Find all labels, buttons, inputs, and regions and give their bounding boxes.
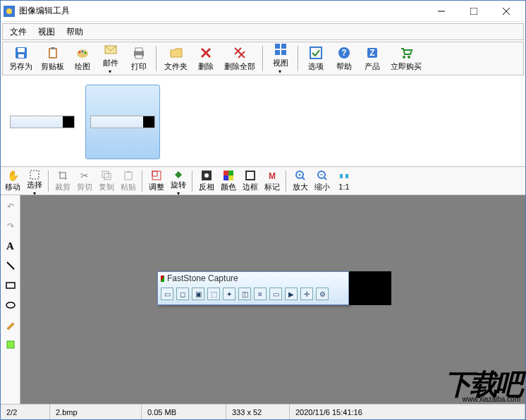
fs-target-icon: ✛ xyxy=(300,288,313,300)
svg-rect-48 xyxy=(228,171,233,175)
menu-file[interactable]: 文件 xyxy=(4,24,32,40)
rect-tool[interactable] xyxy=(4,278,18,292)
thumbnail-2[interactable] xyxy=(85,85,160,159)
svg-rect-10 xyxy=(50,49,56,57)
rotate-tool[interactable]: 旋转▾ xyxy=(168,168,189,194)
mail-button[interactable]: 邮件▾ xyxy=(97,44,124,73)
svg-text:?: ? xyxy=(341,48,346,58)
view-button[interactable]: 视图▾ xyxy=(267,44,294,73)
zoom-out-tool[interactable]: 缩小 xyxy=(312,168,333,194)
titlebar: 图像编辑工具 xyxy=(1,1,525,22)
zoom-in-tool[interactable]: 放大 xyxy=(290,168,311,194)
paste-icon xyxy=(123,170,133,182)
text-tool[interactable]: A xyxy=(4,239,18,253)
svg-rect-61 xyxy=(345,174,348,178)
redo-button: ↷ xyxy=(4,219,18,233)
grid-icon xyxy=(274,42,288,56)
delete-icon xyxy=(199,46,213,60)
clipboard-button[interactable]: 剪贴板 xyxy=(37,44,68,73)
delete-all-icon xyxy=(233,46,247,60)
svg-line-62 xyxy=(7,262,14,269)
fs-capture-full-icon: ◻ xyxy=(176,288,189,300)
minimize-button[interactable] xyxy=(425,1,458,21)
main-toolbar: 另存为 剪贴板 绘图 邮件▾ 打印 文件夹 删除 删除全部 视图▾ 选项 ?帮助… xyxy=(2,42,524,75)
move-tool[interactable]: ✋移动 xyxy=(2,168,23,194)
svg-line-54 xyxy=(302,178,305,180)
folder-button[interactable]: 文件夹 xyxy=(161,44,191,73)
product-button[interactable]: Z产品 xyxy=(359,44,386,73)
border-tool[interactable]: 边框 xyxy=(240,168,261,194)
svg-rect-38 xyxy=(102,171,109,178)
faststone-capture-window: FastStone Capture ▭ ◻ ▣ ⬚ ✦ ◫ ≡ ▭ ▶ ✛ ⚙ xyxy=(157,271,349,305)
svg-rect-49 xyxy=(224,175,228,180)
invert-tool[interactable]: 反相 xyxy=(196,168,217,194)
mark-tool[interactable]: M标记 xyxy=(262,168,283,194)
svg-rect-41 xyxy=(127,171,130,173)
svg-rect-26 xyxy=(275,44,280,49)
rotate-icon xyxy=(173,170,183,180)
status-index: 2/2 xyxy=(1,404,50,419)
buy-now-button[interactable]: 立即购买 xyxy=(387,44,425,73)
thumbnail-1[interactable] xyxy=(5,85,80,159)
pencil-tool[interactable] xyxy=(4,318,18,332)
fs-capture-fixed-icon: ◫ xyxy=(238,288,251,300)
invert-icon xyxy=(202,170,212,182)
svg-point-35 xyxy=(403,56,405,58)
svg-point-14 xyxy=(82,50,84,52)
svg-rect-63 xyxy=(6,283,15,288)
save-as-button[interactable]: 另存为 xyxy=(6,44,36,73)
delete-button[interactable]: 删除 xyxy=(192,44,219,73)
menu-view[interactable]: 视图 xyxy=(32,24,61,40)
statusbar: 2/2 2.bmp 0.05 MB 333 x 52 2020/11/6 15:… xyxy=(1,404,525,419)
print-button[interactable]: 打印 xyxy=(126,44,152,73)
help-button[interactable]: ?帮助 xyxy=(331,44,357,73)
zoom-reset-tool[interactable]: 1:1 xyxy=(334,168,355,194)
resize-tool[interactable]: 调整 xyxy=(146,168,167,194)
ellipse-tool[interactable] xyxy=(4,298,18,312)
marquee-icon xyxy=(30,170,39,180)
line-tool[interactable] xyxy=(4,259,18,273)
palette-icon xyxy=(75,46,90,60)
border-icon xyxy=(245,170,255,182)
edit-toolbar: ✋移动 选择▾ 裁剪 ✂剪切 复制 粘贴 调整 旋转▾ 反相 颜色 边框 M标记… xyxy=(1,167,525,195)
menubar: 文件 视图 帮助 xyxy=(2,23,524,40)
colors-icon xyxy=(224,170,233,182)
canvas-viewport[interactable]: FastStone Capture ▭ ◻ ▣ ⬚ ✦ ◫ ≡ ▭ ▶ ✛ ⚙ xyxy=(20,195,525,404)
maximize-button[interactable] xyxy=(458,1,490,21)
svg-rect-7 xyxy=(18,48,25,52)
fs-settings-icon: ⚙ xyxy=(316,288,329,300)
svg-rect-51 xyxy=(246,171,255,180)
print-icon xyxy=(132,46,146,60)
menu-help[interactable]: 帮助 xyxy=(61,24,89,40)
fs-capture-rect-icon: ▭ xyxy=(269,288,282,300)
svg-point-64 xyxy=(6,302,15,308)
svg-rect-19 xyxy=(135,55,142,58)
svg-rect-42 xyxy=(152,171,161,180)
svg-rect-39 xyxy=(104,173,111,180)
svg-rect-37 xyxy=(30,171,39,179)
cart-icon xyxy=(399,46,413,60)
svg-rect-11 xyxy=(51,47,55,49)
delete-all-button[interactable]: 删除全部 xyxy=(221,44,259,73)
draw-button[interactable]: 绘图 xyxy=(69,44,96,73)
svg-rect-28 xyxy=(275,50,280,55)
select-tool[interactable]: 选择▾ xyxy=(24,168,45,194)
zoom-in-icon xyxy=(295,170,305,182)
status-dimensions: 333 x 52 xyxy=(226,404,290,419)
highlight-tool[interactable] xyxy=(4,338,18,352)
color-tool[interactable]: 颜色 xyxy=(218,168,239,194)
fs-capture-window-icon: ▭ xyxy=(161,288,173,300)
fs-title-text: FastStone Capture xyxy=(167,273,238,283)
scissors-icon: ✂ xyxy=(80,170,89,182)
z-icon: Z xyxy=(365,46,379,60)
options-button[interactable]: 选项 xyxy=(302,44,329,73)
side-toolbox: ↶ ↷ A xyxy=(1,195,20,404)
folder-icon xyxy=(169,46,183,60)
hand-icon: ✋ xyxy=(7,170,19,182)
svg-rect-40 xyxy=(125,172,132,180)
one-to-one-icon xyxy=(339,170,349,183)
crop-icon xyxy=(58,170,68,182)
svg-point-36 xyxy=(408,56,410,58)
help-icon: ? xyxy=(337,46,351,60)
close-button[interactable] xyxy=(490,1,522,21)
